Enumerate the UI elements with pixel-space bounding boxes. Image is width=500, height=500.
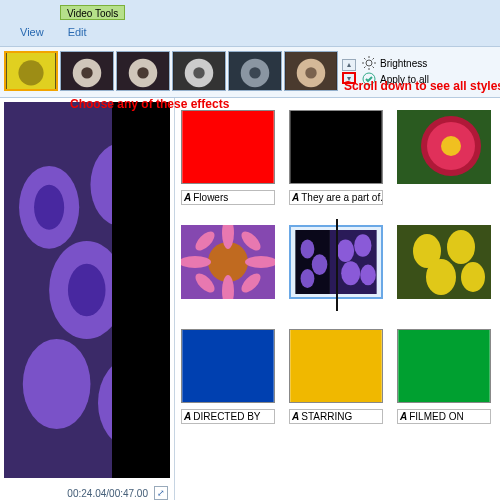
effects-toolbar: ▴ ▾ Brightness Apply to all Choose any o…: [0, 47, 500, 98]
svg-point-10: [193, 67, 204, 78]
slide-flowers-label: AFlowers: [181, 190, 275, 205]
clip-dahlia[interactable]: [397, 110, 491, 184]
svg-point-60: [360, 265, 376, 286]
gallery-row-3-labels: ADIRECTED BY ASTARRING AFILMED ON: [181, 409, 494, 424]
svg-line-22: [364, 58, 366, 60]
svg-point-57: [337, 240, 354, 262]
slide-starring-label: ASTARRING: [289, 409, 383, 424]
svg-point-59: [341, 261, 360, 285]
slide-partof-label: AThey are a part of...: [289, 190, 383, 205]
brightness-icon: [362, 56, 376, 70]
svg-rect-67: [290, 330, 381, 402]
svg-point-65: [461, 262, 485, 292]
svg-point-32: [23, 339, 91, 429]
main-workspace: 00:24.04/00:47.00 ⤢ AFlowers AThey are a…: [0, 98, 500, 500]
svg-point-41: [441, 136, 461, 156]
slide-directed-by[interactable]: [181, 329, 275, 403]
effect-cool[interactable]: [228, 51, 282, 91]
effect-bw[interactable]: [172, 51, 226, 91]
tab-view[interactable]: View: [8, 24, 56, 40]
svg-point-17: [366, 60, 372, 66]
svg-line-23: [373, 67, 375, 69]
clip-echinacea[interactable]: [181, 225, 275, 299]
video-tools-context: Video Tools: [60, 5, 125, 20]
gallery-row-1: [181, 110, 494, 184]
slide-filmed-label: AFILMED ON: [397, 409, 491, 424]
preview-panel: 00:24.04/00:47.00 ⤢: [0, 98, 175, 500]
time-display: 00:24.04/00:47.00: [67, 488, 148, 499]
gallery-row-2: [181, 225, 494, 299]
annotation-choose-effects: Choose any of these effects: [70, 97, 229, 111]
preview-video[interactable]: [4, 102, 170, 478]
slide-filmed-on[interactable]: [397, 329, 491, 403]
slide-starring[interactable]: [289, 329, 383, 403]
svg-point-4: [81, 67, 92, 78]
annotation-scroll-styles: Scroll down to see all styles: [344, 79, 500, 93]
gallery-row-1-labels: AFlowers AThey are a part of...: [181, 190, 494, 205]
player-status-bar: 00:24.04/00:47.00 ⤢: [0, 482, 174, 500]
svg-rect-36: [182, 111, 273, 183]
ribbon-context-header: Video Tools: [0, 0, 500, 20]
svg-point-34: [34, 185, 64, 230]
effect-normal2[interactable]: [116, 51, 170, 91]
effect-normal[interactable]: [60, 51, 114, 91]
fullscreen-button[interactable]: ⤢: [154, 486, 168, 500]
svg-point-55: [301, 269, 315, 288]
svg-point-16: [305, 67, 316, 78]
effect-sepia[interactable]: [284, 51, 338, 91]
slide-directed-label: ADIRECTED BY: [181, 409, 275, 424]
svg-line-25: [373, 58, 375, 60]
tab-edit[interactable]: Edit: [56, 24, 99, 40]
slide-part-of-title[interactable]: [289, 110, 383, 184]
svg-point-1: [18, 60, 43, 85]
svg-point-7: [137, 67, 148, 78]
svg-point-13: [249, 67, 260, 78]
svg-point-54: [312, 254, 328, 275]
gallery-row-3: [181, 329, 494, 403]
svg-rect-68: [398, 330, 489, 402]
svg-rect-66: [182, 330, 273, 402]
ribbon-tabs: View Edit: [0, 20, 500, 47]
svg-point-64: [426, 259, 456, 295]
svg-point-58: [354, 234, 371, 256]
svg-rect-37: [290, 111, 381, 183]
slide-flowers-title[interactable]: [181, 110, 275, 184]
brightness-button[interactable]: Brightness: [362, 56, 429, 70]
svg-line-24: [364, 67, 366, 69]
storyboard-gallery: AFlowers AThey are a part of... ADIRECTE…: [175, 98, 500, 500]
brightness-label: Brightness: [380, 58, 427, 69]
svg-point-35: [68, 264, 106, 317]
svg-point-63: [447, 230, 475, 264]
clip-yellow-flowers[interactable]: [397, 225, 491, 299]
scroll-up-button[interactable]: ▴: [342, 59, 356, 71]
svg-point-53: [301, 240, 315, 259]
effect-yellow-tint[interactable]: [4, 51, 58, 91]
effects-gallery: [4, 51, 338, 91]
clip-bellflowers-selected[interactable]: [289, 225, 383, 299]
